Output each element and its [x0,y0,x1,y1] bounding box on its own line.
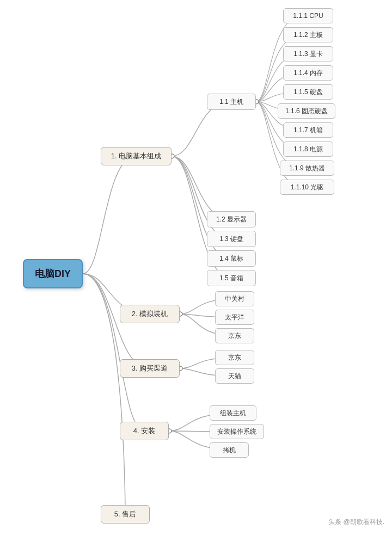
node-2-1: 中关村 [215,291,254,306]
node-1-1: 1.1 主机 [207,94,256,110]
node-1-4-label: 1.4 鼠标 [219,254,243,263]
node-2-1-label: 中关村 [225,294,244,304]
node-4-3: 拷机 [210,442,249,458]
node-1-1-9: 1.1.9 散热器 [280,161,334,176]
root-node: 电脑DIY [23,259,83,288]
node-3-1-label: 京东 [228,353,241,362]
node-3-1: 京东 [215,350,254,365]
node-3-2-label: 天猫 [228,372,241,381]
node-level1-4-label: 4. 安装 [133,426,155,436]
node-2-3: 京东 [215,328,254,343]
node-level1-3-label: 3. 购买渠道 [132,364,168,373]
node-1-1-4: 1.1.4 内存 [283,65,333,81]
node-1-1-9-label: 1.1.9 散热器 [289,164,325,173]
node-1-3: 1.3 键盘 [207,231,256,247]
node-level1-2-label: 2. 模拟装机 [132,309,168,319]
node-1-1-8-label: 1.1.8 电源 [293,145,323,154]
node-1-1-5: 1.1.5 硬盘 [283,84,333,100]
node-4-3-label: 拷机 [223,446,236,455]
node-level1-5-label: 5. 售后 [114,509,136,519]
node-1-1-4-label: 1.1.4 内存 [293,69,323,78]
node-1-1-2-label: 1.1.2 主板 [293,30,323,40]
node-1-5-label: 1.5 音箱 [219,274,243,283]
watermark-text: 头条 @朝歌看科技. [328,518,384,526]
node-1-1-label: 1.1 主机 [219,97,243,107]
node-2-2-label: 太平洋 [225,313,244,322]
node-4-2: 安装操作系统 [210,424,264,439]
node-level1-1: 1. 电脑基本组成 [101,147,171,165]
node-level1-3: 3. 购买渠道 [120,359,180,378]
node-1-1-7: 1.1.7 机箱 [283,122,333,138]
root-label: 电脑DIY [35,267,71,280]
node-1-1-3: 1.1.3 显卡 [283,46,333,61]
node-4-1: 组装主机 [210,405,256,421]
node-level1-5: 5. 售后 [101,505,150,524]
node-1-1-1: 1.1.1 CPU [283,8,333,23]
node-1-1-1-label: 1.1.1 CPU [293,12,323,20]
node-level1-1-label: 1. 电脑基本组成 [111,151,161,161]
node-4-1-label: 组装主机 [220,409,246,418]
node-1-3-label: 1.3 键盘 [219,235,243,244]
node-1-1-10: 1.1.10 光驱 [280,180,334,195]
node-1-5: 1.5 音箱 [207,270,256,286]
node-1-1-5-label: 1.1.5 硬盘 [293,88,323,97]
node-1-1-3-label: 1.1.3 显卡 [293,50,323,59]
node-1-1-8: 1.1.8 电源 [283,141,333,157]
node-1-1-6-label: 1.1.6 固态硬盘 [285,107,328,116]
node-1-1-7-label: 1.1.7 机箱 [293,126,323,135]
node-1-1-6: 1.1.6 固态硬盘 [278,103,335,119]
mindmap-container: 电脑DIY 1. 电脑基本组成 2. 模拟装机 3. 购买渠道 4. 安装 5.… [0,0,392,533]
watermark: 头条 @朝歌看科技. [328,518,384,527]
node-1-2: 1.2 显示器 [207,211,256,227]
node-level1-2: 2. 模拟装机 [120,305,180,323]
node-1-4: 1.4 鼠标 [207,250,256,267]
node-1-1-2: 1.1.2 主板 [283,27,333,42]
node-1-1-10-label: 1.1.10 光驱 [291,183,324,192]
node-2-2: 太平洋 [215,310,254,325]
node-1-2-label: 1.2 显示器 [216,215,247,224]
node-2-3-label: 京东 [228,331,241,341]
node-4-2-label: 安装操作系统 [217,427,256,436]
node-level1-4: 4. 安装 [120,422,169,440]
node-3-2: 天猫 [215,368,254,384]
